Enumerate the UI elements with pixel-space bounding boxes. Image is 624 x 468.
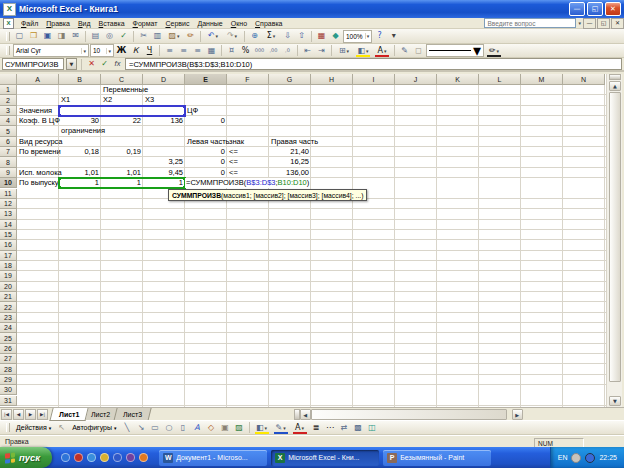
cell-C4[interactable]: 22 — [101, 116, 143, 126]
row-header-14[interactable]: 14 — [0, 220, 17, 230]
cell-B5[interactable]: ограничения — [59, 126, 185, 136]
sort-descending-icon[interactable]: ⇧ — [295, 30, 308, 43]
tray-volume-icon[interactable] — [571, 453, 581, 463]
fill-color-icon[interactable]: ◧▾ — [354, 44, 372, 57]
copy-icon[interactable]: ▥ — [151, 30, 164, 43]
split-handle[interactable] — [609, 74, 621, 80]
bold-icon[interactable]: Ж — [115, 44, 128, 57]
toolbar-grip[interactable] — [6, 423, 10, 432]
column-header-C[interactable]: C — [101, 74, 143, 85]
row-header-23[interactable]: 23 — [0, 313, 17, 323]
insert-hyperlink-icon[interactable]: ⊕ — [248, 30, 261, 43]
threed-style-icon[interactable]: ◫ — [366, 421, 379, 434]
scroll-left-icon[interactable]: ◀ — [300, 409, 311, 420]
align-left-icon[interactable]: ≡ — [163, 44, 176, 57]
line-style-icon[interactable]: ≣ — [310, 421, 323, 434]
row-header-31[interactable]: 31 — [0, 396, 17, 406]
cell-D10[interactable]: 1 — [143, 178, 185, 188]
thousands-icon[interactable]: 000 — [253, 44, 266, 57]
column-header-F[interactable]: F — [227, 74, 269, 85]
cell-E9[interactable]: 0 — [185, 168, 227, 178]
column-header-G[interactable]: G — [269, 74, 311, 85]
decrease-indent-icon[interactable]: ⇤ — [301, 44, 314, 57]
row-header-9[interactable]: 9 — [0, 168, 17, 178]
undo-icon[interactable]: ↶▾ — [204, 30, 222, 43]
cell-C7[interactable]: 0,19 — [101, 147, 143, 157]
new-icon[interactable]: ▢ — [13, 30, 26, 43]
cell-C9[interactable]: 1,01 — [101, 168, 143, 178]
spelling-icon[interactable]: ✓ — [117, 30, 130, 43]
row-header-10[interactable]: 10 — [0, 178, 17, 188]
font-name-select[interactable]: Arial Cyr▾ — [13, 44, 89, 57]
quick-launch-icon-5[interactable] — [113, 453, 122, 462]
cell-B10[interactable]: 1 — [59, 178, 101, 188]
text-box-icon[interactable]: ▯ — [177, 421, 190, 434]
toolbar-grip[interactable] — [6, 32, 10, 41]
autoshapes-menu[interactable]: Автофигуры▾ — [69, 422, 119, 434]
row-header-30[interactable]: 30 — [0, 385, 17, 395]
decrease-decimal-icon[interactable]: ,0 — [281, 44, 294, 57]
quick-launch-icon-4[interactable] — [100, 453, 109, 462]
menu-window[interactable]: Окно — [227, 20, 251, 27]
paste-icon[interactable]: ▨▾ — [165, 30, 183, 43]
percent-icon[interactable]: % — [239, 44, 252, 57]
task-word[interactable]: WДокумент1 - Microso... — [159, 450, 267, 466]
zoom-select[interactable]: 100%▾ — [343, 30, 372, 43]
quick-launch-icon-6[interactable] — [126, 453, 135, 462]
row-header-2[interactable]: 2 — [0, 95, 17, 105]
maximize-button-icon[interactable]: ◱ — [587, 2, 603, 16]
row-header-28[interactable]: 28 — [0, 364, 17, 374]
diagram-icon[interactable]: ◇ — [205, 421, 218, 434]
row-header-24[interactable]: 24 — [0, 323, 17, 333]
cut-icon[interactable]: ✂ — [137, 30, 150, 43]
row-header-16[interactable]: 16 — [0, 240, 17, 250]
row-header-5[interactable]: 5 — [0, 126, 17, 136]
email-icon[interactable]: ✉ — [69, 30, 82, 43]
row-header-15[interactable]: 15 — [0, 230, 17, 240]
cell-E7[interactable]: 0 — [185, 147, 227, 157]
sheet-tab-1[interactable]: Лист1 — [49, 408, 89, 421]
column-header-K[interactable]: K — [437, 74, 479, 85]
font-color-icon[interactable]: А▾ — [373, 44, 391, 57]
row-header-17[interactable]: 17 — [0, 251, 17, 261]
shape-font-color-icon[interactable]: А▾ — [291, 421, 309, 434]
autosum-icon[interactable]: Σ▾ — [262, 30, 280, 43]
menu-file[interactable]: Файл — [17, 20, 42, 27]
next-sheet-button[interactable]: ▶ — [25, 409, 36, 420]
minimize-button-icon[interactable]: — — [569, 2, 585, 16]
cell-G9[interactable]: 136,00 — [269, 168, 311, 178]
save-icon[interactable]: ▣ — [41, 30, 54, 43]
row-header-21[interactable]: 21 — [0, 292, 17, 302]
first-sheet-button[interactable]: |◀ — [1, 409, 12, 420]
row-header-6[interactable]: 6 — [0, 137, 17, 147]
close-button-icon[interactable]: ✕ — [605, 2, 621, 16]
quick-launch-icon-2[interactable] — [74, 453, 83, 462]
cell-E3[interactable]: ЦФ — [185, 106, 311, 116]
scroll-down-icon[interactable]: ▼ — [609, 396, 621, 406]
column-header-H[interactable]: H — [311, 74, 353, 85]
cell-G7[interactable]: 21,40 — [269, 147, 311, 157]
increase-indent-icon[interactable]: ⇥ — [315, 44, 328, 57]
line-icon[interactable]: ╲ — [121, 421, 134, 434]
insert-clipart-icon[interactable]: ▣ — [219, 421, 232, 434]
cell-D9[interactable]: 9,45 — [143, 168, 185, 178]
borders-icon[interactable]: ⊞▾ — [335, 44, 353, 57]
currency-icon[interactable]: ¤ — [225, 44, 238, 57]
help-icon[interactable]: ? — [373, 30, 386, 43]
enter-entry-icon[interactable]: ✓ — [99, 59, 110, 70]
minimize-workbook-button[interactable]: — — [583, 18, 596, 29]
task-paint[interactable]: PБезымянный - Paint — [383, 450, 491, 466]
line-style-select[interactable]: ▾ — [426, 44, 484, 57]
select-all-button[interactable] — [0, 74, 17, 85]
menu-tools[interactable]: Сервис — [161, 20, 193, 27]
column-header-E[interactable]: E — [185, 74, 227, 85]
row-header-29[interactable]: 29 — [0, 375, 17, 385]
draw-border-icon[interactable]: ✎ — [398, 44, 411, 57]
cell-A3[interactable]: Значения — [17, 106, 143, 116]
shape-fill-color-icon[interactable]: ◧▾ — [253, 421, 271, 434]
row-header-25[interactable]: 25 — [0, 333, 17, 343]
italic-icon[interactable]: К — [129, 44, 142, 57]
dash-style-icon[interactable]: ⋯ — [324, 421, 337, 434]
formula-input[interactable]: =СУММПРОИЗВ(B$3:D$3;B10:D10) — [125, 58, 622, 70]
erase-border-icon[interactable]: ◻ — [412, 44, 425, 57]
